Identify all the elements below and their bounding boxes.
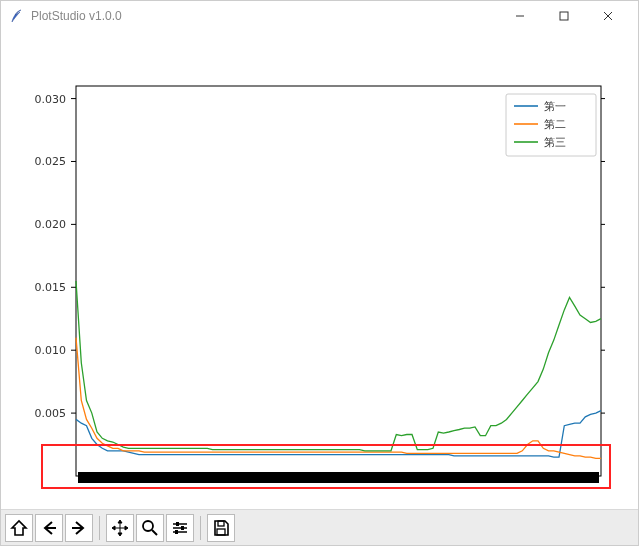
svg-rect-1 [560,12,568,20]
home-icon [10,519,28,537]
legend-label: 第二 [544,118,566,131]
window-close-button[interactable] [586,1,630,31]
ytick-label: 0.030 [35,93,67,106]
nav-toolbar [1,509,639,545]
legend-label: 第一 [544,100,566,113]
arrow-right-icon [70,519,88,537]
toolbar-separator [99,516,100,540]
forward-button[interactable] [65,514,93,542]
ytick-label: 0.015 [35,281,67,294]
svg-line-2 [604,12,612,20]
window-title: PlotStudio v1.0.0 [31,9,498,23]
save-button[interactable] [207,514,235,542]
subplots-button[interactable] [166,514,194,542]
pan-button[interactable] [106,514,134,542]
home-button[interactable] [5,514,33,542]
ytick-label: 0.020 [35,218,67,231]
ytick-label: 0.005 [35,407,67,420]
legend-label: 第三 [544,136,566,149]
svg-rect-11 [175,530,178,534]
window-minimize-button[interactable] [498,1,542,31]
save-icon [212,519,230,537]
toolbar-separator [200,516,201,540]
ytick-label: 0.025 [35,155,67,168]
zoom-button[interactable] [136,514,164,542]
ytick-label: 0.010 [35,344,67,357]
back-button[interactable] [35,514,63,542]
arrow-left-icon [40,519,58,537]
chart-svg: 0.0050.0100.0150.0200.0250.030第一第二第三 [1,31,639,509]
svg-line-5 [152,530,157,535]
zoom-icon [141,519,159,537]
svg-rect-9 [181,526,184,530]
figure-canvas[interactable]: 0.0050.0100.0150.0200.0250.030第一第二第三 [1,31,639,509]
svg-line-3 [604,12,612,20]
svg-rect-7 [176,522,179,526]
xtick-overlap-band [78,472,599,483]
app-feather-icon [9,8,25,24]
window-titlebar: PlotStudio v1.0.0 [1,1,638,31]
move-icon [111,519,129,537]
svg-point-4 [143,521,153,531]
series-line [76,281,601,451]
window-maximize-button[interactable] [542,1,586,31]
series-line [76,338,601,459]
svg-rect-13 [217,529,225,535]
sliders-icon [171,519,189,537]
